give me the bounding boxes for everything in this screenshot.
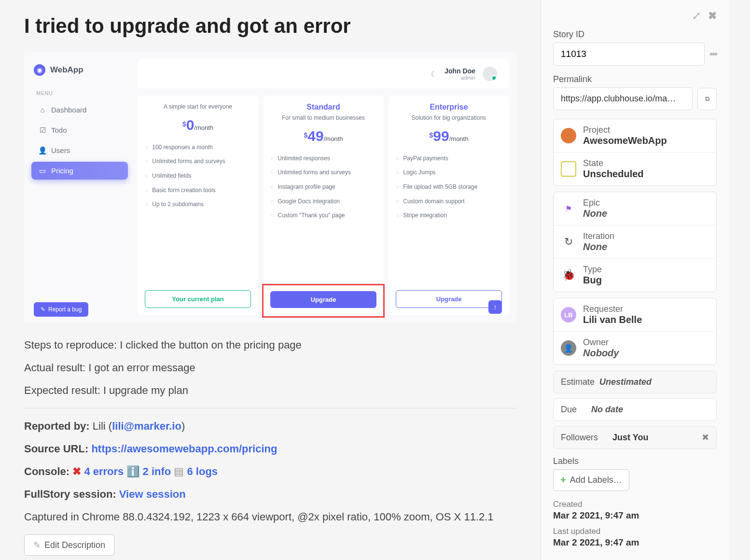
actual-result: Actual result: I got an error message xyxy=(24,360,516,376)
plan-free: A simple start for everyone $0/month 100… xyxy=(138,96,258,315)
report-bug-button: ✎Report a bug xyxy=(34,302,88,317)
updated-timestamp: Mar 2 2021, 9:47 am xyxy=(553,537,717,548)
menu-item-users: 👤Users xyxy=(31,141,128,159)
expand-icon[interactable]: ⤢ xyxy=(692,10,701,22)
screenshot-header: ☾ John Doe admin xyxy=(138,59,509,88)
owner-field[interactable]: 👤 OwnerNobody xyxy=(554,331,716,364)
owner-avatar: 👤 xyxy=(561,340,576,356)
attached-screenshot[interactable]: ◉ WebApp MENU ⌂Dashboard ☑Todo 👤Users ▭P… xyxy=(24,52,516,322)
source-url-link[interactable]: https://awesomewebapp.com/pricing xyxy=(91,443,277,455)
details-sidebar: ⤢ ✖ Story ID ••• Permalink https://app.c… xyxy=(541,0,729,560)
upgrade-button-enterprise: Upgrade xyxy=(396,290,502,308)
edit-icon: ✎ xyxy=(41,306,45,313)
updated-label: Last updated xyxy=(553,527,717,536)
fullstory-line: FullStory session: View session xyxy=(24,486,516,502)
logs-link[interactable]: 6 logs xyxy=(187,465,218,477)
copy-icon: ⧉ xyxy=(705,95,709,103)
checkbox-icon: ☑ xyxy=(39,126,46,134)
info-icon: ℹ️ xyxy=(126,465,139,477)
due-field[interactable]: Due No date xyxy=(554,399,716,420)
story-id-label: Story ID xyxy=(553,29,717,40)
permalink-label: Permalink xyxy=(553,74,717,84)
scroll-top-button: ↑ xyxy=(488,300,502,314)
copy-permalink-button[interactable]: ⧉ xyxy=(697,88,717,110)
user-icon: 👤 xyxy=(39,147,46,154)
reporter-email-link[interactable]: lili@marker.io xyxy=(112,420,181,432)
console-line: Console: ✖ 4 errors ℹ️ 2 info ▤ 6 logs xyxy=(24,463,516,479)
home-icon: ⌂ xyxy=(39,106,46,114)
logo-icon: ◉ xyxy=(34,64,45,76)
bug-icon: 🐞 xyxy=(561,267,576,283)
iteration-icon: ↻ xyxy=(561,234,576,250)
menu-item-todo: ☑Todo xyxy=(31,121,128,139)
close-icon[interactable]: ✖ xyxy=(708,10,717,22)
created-label: Created xyxy=(553,500,717,509)
permalink-input[interactable]: https://app.clubhouse.io/ma… xyxy=(553,87,693,110)
menu-item-dashboard: ⌂Dashboard xyxy=(31,101,128,119)
screenshot-sidebar: ◉ WebApp MENU ⌂Dashboard ☑Todo 👤Users ▭P… xyxy=(31,59,128,315)
requester-field[interactable]: LB RequesterLili van Belle xyxy=(554,298,716,331)
card-icon: ▭ xyxy=(39,167,46,175)
current-plan-button: Your current plan xyxy=(145,290,251,308)
avatar xyxy=(483,67,497,81)
errors-link[interactable]: 4 errors xyxy=(84,465,124,477)
remove-follower-icon[interactable]: ✖ xyxy=(702,432,709,443)
iteration-field[interactable]: ↻ IterationNone xyxy=(554,225,716,258)
story-id-input[interactable] xyxy=(553,42,705,66)
cross-icon: ✖ xyxy=(72,465,81,477)
reported-by: Reported by: Lili (lili@marker.io) xyxy=(24,418,516,434)
add-labels-button[interactable]: +Add Labels… xyxy=(553,469,629,491)
story-title[interactable]: I tried to upgrade and got an error xyxy=(24,14,516,38)
edit-description-button[interactable]: ✎Edit Description xyxy=(24,534,114,556)
plan-standard: Standard For small to medium businesses … xyxy=(263,96,384,315)
labels-heading: Labels xyxy=(553,456,717,466)
more-icon[interactable]: ••• xyxy=(709,49,717,60)
state-field[interactable]: StateUnscheduled xyxy=(554,152,716,185)
app-logo: ◉ WebApp xyxy=(31,59,128,81)
epic-icon: ⚑ xyxy=(561,201,576,216)
followers-field[interactable]: Followers Just You✖ xyxy=(554,426,716,448)
log-icon: ▤ xyxy=(174,465,184,477)
steps-to-reproduce: Steps to reproduce: I clicked the button… xyxy=(24,337,516,353)
source-url: Source URL: https://awesomewebapp.com/pr… xyxy=(24,441,516,457)
captured-info: Captured in Chrome 88.0.4324.192, 1223 x… xyxy=(24,509,516,525)
estimate-field[interactable]: Estimate Unestimated xyxy=(554,371,716,393)
requester-avatar: LB xyxy=(561,307,576,322)
menu-item-pricing: ▭Pricing xyxy=(31,162,128,180)
plan-enterprise: Enterprise Solution for big organization… xyxy=(389,96,509,315)
type-field[interactable]: 🐞 TypeBug xyxy=(554,258,716,292)
pencil-icon: ✎ xyxy=(33,540,41,550)
created-timestamp: Mar 2 2021, 9:47 am xyxy=(553,510,717,521)
project-icon xyxy=(561,128,576,143)
epic-field[interactable]: ⚑ EpicNone xyxy=(554,192,716,225)
upgrade-button-standard: Upgrade xyxy=(270,291,376,308)
expected-result: Expected result: I upgrade my plan xyxy=(24,382,516,398)
info-link[interactable]: 2 info xyxy=(143,465,171,477)
plus-icon: + xyxy=(560,475,566,486)
divider xyxy=(24,408,516,408)
state-icon xyxy=(561,161,576,177)
menu-section-label: MENU xyxy=(31,90,128,96)
pricing-plans: A simple start for everyone $0/month 100… xyxy=(138,96,509,315)
moon-icon: ☾ xyxy=(431,70,437,79)
project-field[interactable]: ProjectAwesomeWebApp xyxy=(554,119,716,152)
fullstory-link[interactable]: View session xyxy=(119,488,186,500)
